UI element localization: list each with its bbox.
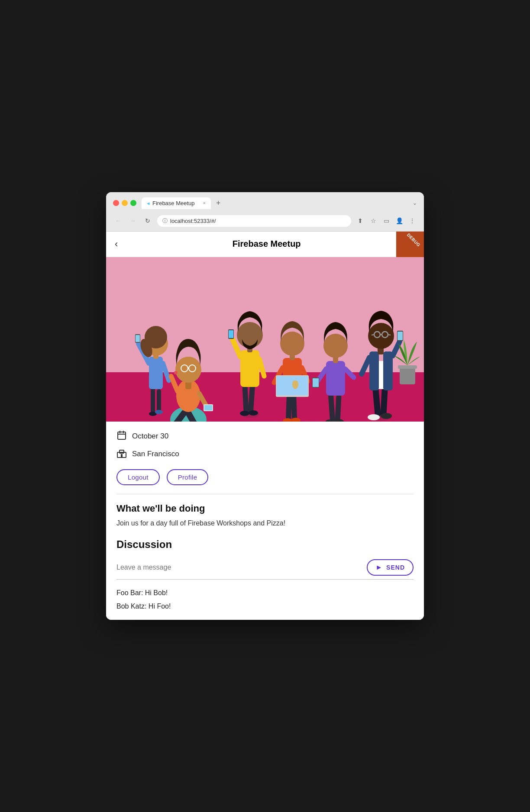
event-date-item: October 30 [116,430,414,443]
app-title: Firebase Meetup [118,239,415,249]
tab-close-button[interactable]: × [203,200,206,206]
tab-title: Firebase Meetup [152,200,195,206]
svg-rect-88 [118,432,126,439]
url-text: localhost:52333/#/ [170,218,216,224]
back-button[interactable]: ← [113,216,123,226]
traffic-lights [113,200,136,206]
svg-point-80 [368,323,394,349]
address-bar[interactable]: ⓘ localhost:52333/#/ [157,215,351,227]
event-location: San Francisco [132,450,179,458]
event-details: October 30 San Francisco Logout Profile [106,422,424,620]
reader-view-button[interactable]: ▭ [381,216,391,226]
send-button[interactable]: ► SEND [367,559,414,576]
list-item: Bob Katz: Hi Foo! [116,602,414,611]
reload-button[interactable]: ↻ [142,216,153,226]
event-location-item: San Francisco [116,448,414,461]
new-tab-button[interactable]: + [214,199,223,208]
browser-window: ◂ Firebase Meetup × + ⌄ ← → ↻ ⓘ localhos… [106,192,424,620]
svg-point-12 [145,326,167,348]
svg-rect-45 [291,393,297,420]
debug-badge: DEBUG [396,232,424,259]
event-date: October 30 [132,432,168,441]
svg-point-35 [249,410,258,416]
svg-rect-86 [400,366,415,384]
svg-rect-2 [151,387,155,413]
svg-rect-78 [398,332,403,340]
forward-button[interactable]: → [128,216,138,226]
profile-button[interactable]: 👤 [394,216,404,226]
svg-line-75 [362,358,369,374]
svg-rect-40 [229,330,233,338]
app-header: ‹ Firebase Meetup DEBUG [106,232,424,257]
tabs-chevron[interactable]: ⌄ [413,200,417,206]
send-label: SEND [386,564,405,571]
calendar-icon [116,430,127,443]
section-desc: Join us for a day full of Firebase Works… [116,519,414,528]
security-icon: ⓘ [162,217,168,225]
svg-line-38 [259,359,264,376]
svg-line-76 [393,342,400,356]
svg-point-5 [155,410,163,414]
menu-button[interactable]: ⋮ [407,216,417,226]
list-item: Foo Bar: Hi Bob! [116,588,414,598]
logout-button[interactable]: Logout [116,469,160,485]
svg-point-28 [174,371,178,374]
app-back-button[interactable]: ‹ [115,238,118,250]
flutter-icon: ◂ [147,200,150,206]
divider [116,494,414,494]
browser-titlebar: ◂ Firebase Meetup × + ⌄ [106,192,424,213]
profile-button[interactable]: Profile [167,469,209,485]
active-tab[interactable]: ◂ Firebase Meetup × [142,197,211,209]
svg-point-42 [237,322,263,348]
svg-line-85 [388,335,391,335]
close-traffic-light[interactable] [113,200,119,206]
svg-point-66 [323,334,348,358]
hero-image [106,257,424,422]
svg-point-70 [368,414,380,420]
minimize-traffic-light[interactable] [122,200,128,206]
maximize-traffic-light[interactable] [130,200,136,206]
send-icon: ► [375,564,383,571]
svg-rect-52 [277,376,308,395]
browser-toolbar: ← → ↻ ⓘ localhost:52333/#/ ⬆ ☆ ▭ 👤 ⋮ [106,213,424,231]
message-input[interactable] [116,564,360,571]
svg-rect-3 [157,389,161,413]
svg-point-24 [175,357,201,383]
messages-list: Foo Bar: Hi Bob!Bob Katz: Hi Foo! [116,588,414,611]
svg-rect-44 [286,393,292,420]
svg-point-54 [280,332,304,356]
svg-point-71 [381,413,392,419]
location-icon [116,448,127,461]
share-button[interactable]: ⬆ [355,216,365,226]
bookmark-button[interactable]: ☆ [368,216,378,226]
svg-rect-94 [121,454,123,458]
event-meta: October 30 San Francisco [116,430,414,461]
svg-rect-30 [204,405,212,410]
debug-label: DEBUG [406,232,421,248]
svg-rect-64 [313,378,319,387]
tab-bar: ◂ Firebase Meetup × + ⌄ [142,197,417,209]
svg-rect-14 [136,335,140,342]
svg-rect-87 [398,365,417,369]
app-content: ‹ Firebase Meetup DEBUG [106,231,424,620]
hero-illustration [106,257,424,422]
svg-point-34 [240,411,249,416]
svg-rect-36 [240,350,259,387]
toolbar-actions: ⬆ ☆ ▭ 👤 ⋮ [355,216,417,226]
svg-rect-60 [326,361,345,396]
section-title: What we'll be doing [116,503,414,514]
discussion-title: Discussion [116,538,414,551]
action-buttons: Logout Profile [116,469,414,485]
svg-line-84 [372,335,374,335]
message-input-row: ► SEND [116,559,414,580]
